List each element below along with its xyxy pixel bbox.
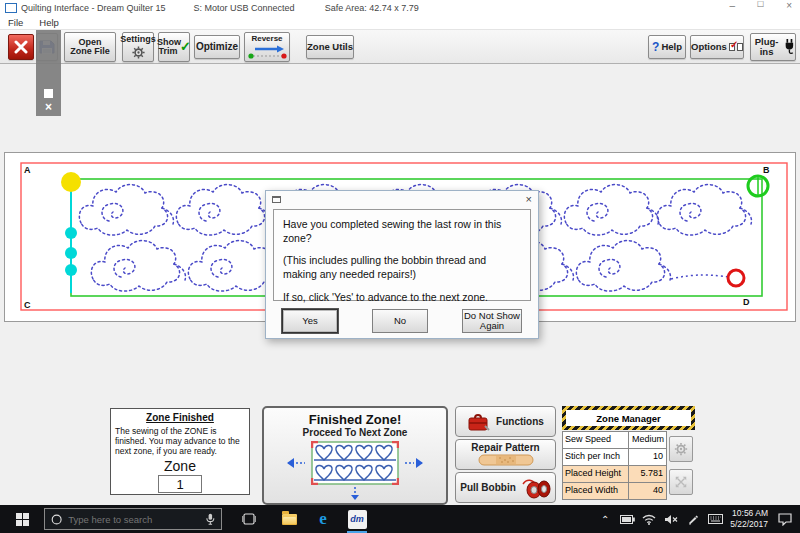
zone-finished-body: The sewing of the ZONE is finished. You … [115, 426, 245, 456]
zone-manager-panel: Zone Manager Sew Speed Medium Stich per … [562, 406, 695, 505]
reverse-button[interactable]: Reverse [244, 32, 290, 62]
reverse-direction-icon [247, 45, 287, 59]
volume-button[interactable] [660, 505, 682, 533]
hearts-pattern-preview [311, 441, 399, 485]
microphone-icon[interactable] [206, 512, 215, 526]
zone-number-field[interactable]: 1 [158, 475, 202, 493]
close-interface-button[interactable] [8, 34, 34, 60]
empty-checkbox-icon [737, 43, 743, 51]
zone-settings-button[interactable] [669, 436, 693, 462]
maximize-button[interactable]: ☐ [757, 0, 764, 11]
notification-bubble-icon [778, 513, 792, 526]
battery-button[interactable] [616, 505, 638, 533]
close-icon [14, 40, 28, 54]
speaker-muted-icon [664, 514, 678, 525]
settings-button[interactable]: Settings [122, 32, 154, 62]
dialog-message: Have you completed sewing the last row i… [273, 209, 531, 301]
dialog-line2: (This includes pulling the bobbin thread… [283, 254, 521, 281]
cortana-icon [51, 513, 62, 526]
right-arrow-icon [403, 457, 425, 469]
gear-icon [132, 46, 145, 59]
edge-icon: e [319, 509, 327, 529]
plug-icon [784, 37, 795, 57]
search-input[interactable] [68, 514, 200, 525]
functions-button[interactable]: Functions [455, 406, 556, 437]
zone-advance-dialog: × Have you completed sewing the last row… [265, 190, 539, 339]
open-zone-file-button[interactable]: Open Zone File [64, 32, 116, 62]
table-row: Stich per Inch 10 [563, 449, 667, 466]
tray-expand-button[interactable]: ⌃ [594, 505, 616, 533]
table-row: Sew Speed Medium [563, 432, 667, 449]
dialog-line3: If so, click 'Yes' to advance to the nex… [283, 291, 521, 305]
optimize-button[interactable]: Optimize [194, 35, 240, 59]
toolbox-icon [467, 412, 491, 432]
checked-checkbox-icon [729, 43, 735, 51]
keyboard-icon [708, 514, 723, 524]
taskbar-clock[interactable]: 10:56 AM 5/22/2017 [730, 508, 768, 529]
edge-button[interactable]: e [310, 505, 336, 533]
zone-finished-panel: Zone Finished The sewing of the ZONE is … [110, 408, 250, 495]
down-arrow-icon [350, 487, 360, 501]
check-icon: ✓ [180, 40, 191, 54]
question-icon: ? [652, 41, 659, 54]
zone-end-marker [748, 176, 768, 196]
svg-text:B: B [763, 165, 770, 175]
start-marker [61, 172, 81, 192]
dialog-line1: Have you completed sewing the last row i… [283, 218, 521, 245]
windows-taskbar: e dm ⌃ 10:56 AM 5/22/2017 [0, 505, 800, 533]
help-button[interactable]: ? Help [648, 35, 686, 59]
zone-utils-button[interactable]: Zone Utils [306, 35, 354, 59]
table-row: Placed Width 40 [563, 483, 667, 500]
dialog-title-bar[interactable]: × [266, 191, 538, 207]
motor-status: S: Motor USB Connected [194, 3, 295, 13]
battery-icon [620, 515, 635, 524]
clock-time: 10:56 AM [730, 508, 768, 519]
quilting-app-button[interactable]: dm [344, 505, 370, 533]
plug-ins-button[interactable]: Plug-ins [750, 33, 796, 61]
menu-bar: File Help [0, 16, 800, 30]
safe-area-label: Safe Area: 42.74 x 7.79 [325, 3, 419, 13]
dialog-window-icon [272, 196, 281, 203]
zone-resize-button[interactable] [669, 469, 693, 495]
task-view-button[interactable] [236, 505, 262, 533]
touch-keyboard-button[interactable] [704, 505, 726, 533]
left-arrow-icon [285, 457, 307, 469]
yes-button[interactable]: Yes [282, 309, 338, 333]
marker-close-icon[interactable]: × [45, 102, 52, 112]
do-not-show-again-button[interactable]: Do Not Show Again [462, 309, 522, 333]
marker-handle-icon[interactable] [44, 89, 53, 98]
menu-help[interactable]: Help [31, 17, 67, 28]
menu-file[interactable]: File [0, 17, 31, 28]
start-button[interactable] [0, 505, 44, 533]
windows-logo-icon [16, 513, 29, 526]
taskbar-search[interactable] [44, 508, 222, 530]
close-window-button[interactable]: × [786, 0, 792, 11]
bandage-icon [478, 453, 534, 467]
app-icon [6, 4, 16, 12]
zone-manager-table: Sew Speed Medium Stich per Inch 10 Place… [562, 431, 667, 500]
stitch-end-marker [728, 270, 744, 286]
dream-quilter-icon: dm [348, 510, 367, 529]
dialog-close-icon[interactable]: × [526, 193, 532, 205]
options-button[interactable]: Options [690, 35, 744, 59]
no-button[interactable]: No [372, 309, 428, 333]
task-view-icon [242, 513, 256, 525]
window-title: Quilting Interface - Dream Quilter 15 [21, 3, 166, 13]
title-bar: Quilting Interface - Dream Quilter 15 S:… [0, 0, 800, 16]
toolbar: Open Zone File Settings Show Trim ✓ Opti… [0, 30, 800, 64]
minimize-button[interactable]: – [729, 0, 735, 11]
finished-zone-button[interactable]: Finished Zone! Proceed To Next Zone [262, 406, 448, 505]
repair-pattern-button[interactable]: Repair Pattern [455, 439, 556, 470]
marker-overlay-strip[interactable]: × [36, 30, 61, 116]
pen-settings-button[interactable] [682, 505, 704, 533]
action-center-button[interactable] [774, 505, 796, 533]
svg-text:D: D [743, 297, 750, 307]
zone-finished-title: Zone Finished [115, 412, 245, 423]
wifi-button[interactable] [638, 505, 660, 533]
show-trim-button[interactable]: Show Trim ✓ [158, 32, 190, 62]
zone-manager-title: Zone Manager [562, 406, 695, 430]
pull-bobbin-button[interactable]: Pull Bobbin [455, 472, 556, 503]
gear-icon [674, 442, 688, 456]
file-explorer-button[interactable] [276, 505, 302, 533]
folder-icon [282, 514, 297, 525]
